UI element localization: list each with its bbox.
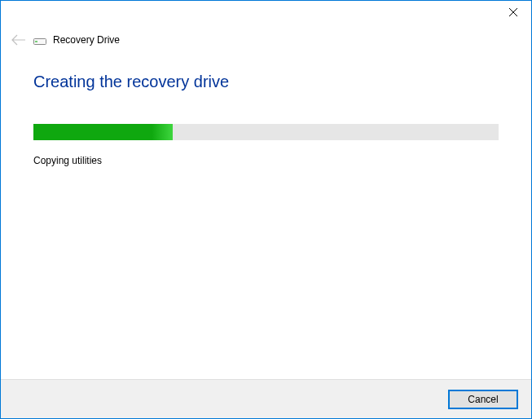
back-button <box>11 32 27 48</box>
status-text: Copying utilities <box>33 155 499 166</box>
arrow-left-icon <box>11 34 26 46</box>
drive-icon <box>33 35 46 45</box>
svg-rect-3 <box>35 41 37 42</box>
progress-bar <box>33 124 499 140</box>
content-area: Creating the recovery drive Copying util… <box>1 48 531 379</box>
header-row: Recovery Drive <box>1 25 531 48</box>
page-heading: Creating the recovery drive <box>33 73 499 91</box>
close-button[interactable] <box>495 1 531 24</box>
progress-fill <box>33 124 173 140</box>
close-icon <box>509 8 517 16</box>
titlebar <box>1 1 531 25</box>
cancel-button[interactable]: Cancel <box>448 390 518 409</box>
footer: Cancel <box>1 379 531 418</box>
wizard-window: Recovery Drive Creating the recovery dri… <box>0 0 532 419</box>
window-title: Recovery Drive <box>53 34 120 46</box>
